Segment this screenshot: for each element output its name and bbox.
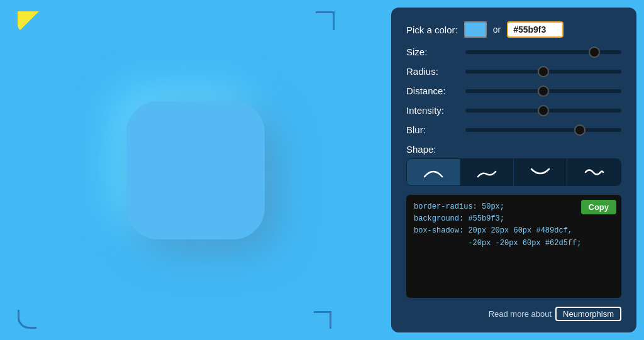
- blur-slider[interactable]: [465, 128, 621, 132]
- size-slider[interactable]: [465, 50, 621, 54]
- css-output-box: border-radius: 50px; background: #55b9f3…: [406, 195, 621, 298]
- shape-btn-flat-top[interactable]: [460, 159, 514, 185]
- deco-bottom-left: [18, 310, 36, 329]
- shape-btn-concave[interactable]: [514, 159, 567, 185]
- shape-label: Shape:: [406, 144, 621, 155]
- footer-row: Read more about Neumorphism: [406, 307, 621, 321]
- blur-slider-row: Blur:: [406, 124, 621, 135]
- deco-top-left: [18, 11, 39, 33]
- neumorphism-link[interactable]: Neumorphism: [555, 307, 621, 321]
- shape-btn-flat[interactable]: [567, 159, 621, 185]
- radius-slider-row: Radius:: [406, 66, 621, 77]
- shape-section: Shape:: [406, 144, 621, 186]
- size-slider-row: Size:: [406, 47, 621, 57]
- intensity-label: Intensity:: [406, 105, 458, 116]
- or-label: or: [493, 25, 501, 35]
- copy-button[interactable]: Copy: [581, 200, 617, 214]
- footer-text: Read more about: [489, 309, 552, 319]
- radius-label: Radius:: [406, 66, 458, 77]
- intensity-slider[interactable]: [465, 109, 621, 112]
- distance-slider-row: Distance:: [406, 85, 621, 96]
- blur-label: Blur:: [406, 124, 458, 135]
- neumorphism-preview-card: [126, 101, 265, 239]
- intensity-slider-row: Intensity:: [406, 105, 621, 116]
- preview-panel: [0, 0, 391, 340]
- radius-slider[interactable]: [465, 70, 621, 74]
- distance-slider[interactable]: [465, 89, 621, 93]
- deco-bottom-right: [314, 311, 331, 329]
- deco-top-right: [316, 11, 335, 30]
- color-picker-row: Pick a color: or: [406, 21, 621, 38]
- shape-btn-convex[interactable]: [407, 159, 460, 185]
- color-picker-label: Pick a color:: [406, 25, 458, 35]
- hex-input[interactable]: [507, 21, 564, 38]
- controls-panel: Pick a color: or Size: Radius: Distance:…: [391, 8, 636, 332]
- color-swatch[interactable]: [464, 21, 487, 38]
- shape-buttons-group: [406, 158, 621, 186]
- size-label: Size:: [406, 47, 458, 57]
- distance-label: Distance:: [406, 85, 458, 96]
